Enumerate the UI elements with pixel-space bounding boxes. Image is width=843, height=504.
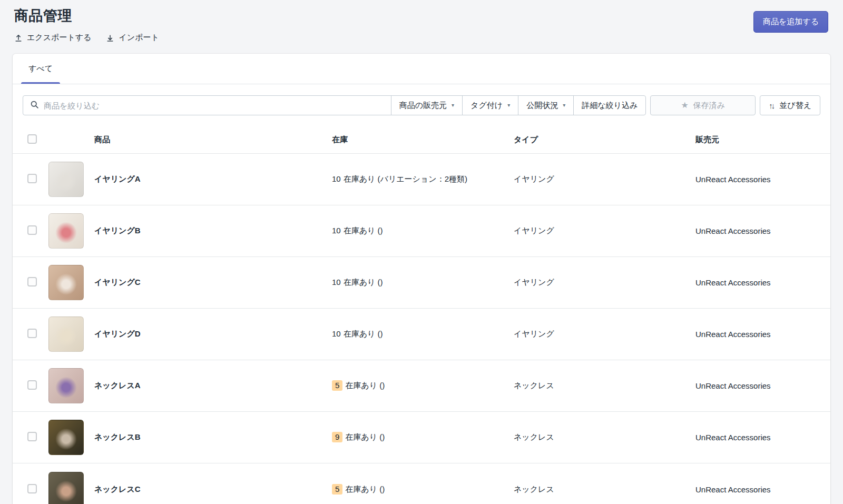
header-actions: エクスポートする インポート [14, 33, 159, 43]
page-header: 商品管理 エクスポートする インポート 商品を追加する [0, 0, 843, 43]
product-type: ネックレス [514, 432, 695, 442]
row-stock-cell: 10在庫あり () [332, 226, 514, 236]
product-name-link[interactable]: ネックレスA [94, 381, 141, 390]
row-thumb-cell [48, 317, 94, 352]
product-thumbnail[interactable] [48, 317, 84, 352]
row-checkbox-cell [27, 432, 48, 443]
tab-all[interactable]: すべて [20, 54, 61, 84]
page-title: 商品管理 [14, 6, 159, 25]
table-row: ネックレスC 5在庫あり () ネックレス UnReact Accessorie… [13, 463, 830, 504]
stock-text: 在庫あり () [344, 226, 383, 235]
select-all-checkbox[interactable] [27, 134, 37, 144]
row-stock-cell: 10在庫あり (バリエーション：2種類) [332, 174, 514, 184]
chevron-down-icon: ▾ [563, 103, 565, 108]
stock-text: 在庫あり () [344, 278, 383, 286]
tag-filter-button[interactable]: タグ付け ▾ [462, 96, 518, 115]
column-header-product: 商品 [94, 135, 332, 145]
row-thumb-cell [48, 213, 94, 249]
product-thumbnail[interactable] [48, 213, 84, 249]
export-icon [14, 34, 23, 42]
row-checkbox-cell [27, 174, 48, 185]
select-all-cell [27, 134, 48, 145]
row-name-cell: イヤリングD [94, 329, 332, 339]
table-row: イヤリングB 10在庫あり () イヤリング UnReact Accessori… [13, 205, 830, 257]
import-label: インポート [119, 33, 159, 43]
table-row: イヤリングA 10在庫あり (バリエーション：2種類) イヤリング UnReac… [13, 154, 830, 205]
product-type: イヤリング [514, 174, 695, 184]
product-vendor: UnReact Accessories [695, 381, 830, 390]
product-thumbnail[interactable] [48, 472, 84, 504]
sort-arrows-icon: ↑↓ [769, 101, 775, 110]
saved-filters-button[interactable]: ★ 保存済み [650, 95, 756, 115]
sort-label: 並び替え [779, 101, 811, 111]
stock-count-badge: 10 [332, 226, 341, 235]
product-name-link[interactable]: イヤリングA [94, 174, 141, 183]
advanced-filter-button[interactable]: 詳細な絞り込み [573, 96, 645, 115]
row-name-cell: イヤリングB [94, 226, 332, 236]
stock-text: 在庫あり () [345, 432, 385, 441]
row-checkbox[interactable] [27, 380, 37, 390]
row-stock-cell: 5在庫あり () [332, 485, 514, 495]
table-row: ネックレスB 9在庫あり () ネックレス UnReact Accessorie… [13, 412, 830, 463]
products-card: すべて 商品の販売元 ▾ タグ付け ▾ 公開状況 ▾ 詳 [13, 54, 830, 504]
product-thumbnail[interactable] [48, 265, 84, 300]
sort-button[interactable]: ↑↓ 並び替え [760, 95, 820, 115]
product-vendor: UnReact Accessories [695, 485, 830, 494]
row-name-cell: イヤリングC [94, 278, 332, 288]
column-header-vendor: 販売元 [695, 135, 830, 145]
filter-group: 商品の販売元 ▾ タグ付け ▾ 公開状況 ▾ 詳細な絞り込み [23, 95, 646, 115]
row-thumb-cell [48, 162, 94, 197]
row-checkbox[interactable] [27, 432, 37, 441]
filter-bar: 商品の販売元 ▾ タグ付け ▾ 公開状況 ▾ 詳細な絞り込み ★ 保存済み ↑↓… [13, 84, 830, 126]
table-row: イヤリングC 10在庫あり () イヤリング UnReact Accessori… [13, 257, 830, 309]
row-name-cell: ネックレスA [94, 381, 332, 391]
page-header-left: 商品管理 エクスポートする インポート [14, 6, 159, 43]
stock-text: 在庫あり () [345, 485, 385, 493]
product-name-link[interactable]: イヤリングC [94, 278, 141, 286]
row-checkbox[interactable] [27, 225, 37, 235]
row-checkbox[interactable] [27, 329, 37, 338]
status-filter-label: 公開状況 [526, 101, 558, 111]
product-thumbnail[interactable] [48, 420, 84, 455]
row-checkbox[interactable] [27, 277, 37, 286]
vendor-filter-button[interactable]: 商品の販売元 ▾ [391, 96, 462, 115]
advanced-filter-label: 詳細な絞り込み [582, 101, 638, 111]
product-vendor: UnReact Accessories [695, 278, 830, 287]
product-vendor: UnReact Accessories [695, 433, 830, 442]
saved-filters-label: 保存済み [693, 101, 725, 111]
table-header: 商品 在庫 タイプ 販売元 [13, 126, 830, 154]
product-vendor: UnReact Accessories [695, 175, 830, 184]
row-stock-cell: 10在庫あり () [332, 278, 514, 288]
export-button[interactable]: エクスポートする [14, 33, 91, 43]
row-checkbox[interactable] [27, 174, 37, 183]
vendor-filter-label: 商品の販売元 [399, 101, 447, 111]
row-thumb-cell [48, 420, 94, 455]
row-checkbox-cell [27, 277, 48, 288]
stock-count-badge: 5 [332, 380, 342, 391]
import-button[interactable]: インポート [106, 33, 159, 43]
chevron-down-icon: ▾ [507, 103, 510, 108]
product-type: イヤリング [514, 329, 695, 339]
status-filter-button[interactable]: 公開状況 ▾ [518, 96, 573, 115]
product-name-link[interactable]: ネックレスB [94, 432, 141, 441]
product-name-link[interactable]: ネックレスC [94, 485, 141, 493]
stock-text: 在庫あり (バリエーション：2種類) [344, 174, 467, 183]
product-rows: イヤリングA 10在庫あり (バリエーション：2種類) イヤリング UnReac… [13, 154, 830, 504]
stock-count-badge: 10 [332, 278, 341, 286]
stock-count-badge: 5 [332, 484, 342, 495]
product-type: イヤリング [514, 226, 695, 236]
tag-filter-label: タグ付け [470, 101, 503, 111]
table-row: ネックレスA 5在庫あり () ネックレス UnReact Accessorie… [13, 360, 830, 412]
add-product-button[interactable]: 商品を追加する [753, 11, 828, 33]
search-input[interactable] [44, 101, 384, 110]
product-name-link[interactable]: イヤリングB [94, 226, 141, 235]
row-checkbox[interactable] [27, 484, 37, 493]
star-icon: ★ [681, 101, 688, 110]
row-name-cell: ネックレスC [94, 485, 332, 495]
product-thumbnail[interactable] [48, 368, 84, 403]
product-name-link[interactable]: イヤリングD [94, 329, 141, 338]
column-header-inventory: 在庫 [332, 135, 514, 145]
column-header-type: タイプ [514, 135, 695, 145]
row-stock-cell: 10在庫あり () [332, 329, 514, 339]
product-thumbnail[interactable] [48, 162, 84, 197]
